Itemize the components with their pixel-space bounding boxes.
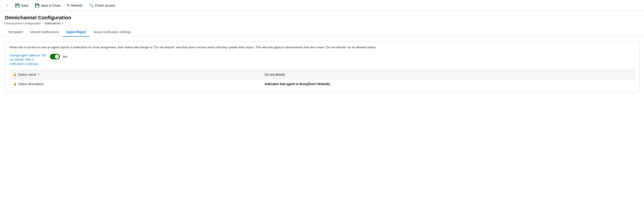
save-label: Save: [21, 4, 28, 7]
tab-agent-reject[interactable]: Agent Reject: [62, 28, 90, 37]
tab-missed-notifications[interactable]: Missed Notifications: [27, 28, 63, 37]
lock-icon: 🔒: [13, 82, 17, 86]
save-close-label: Save & Close: [41, 4, 60, 7]
toggle-row: Change agent status to "Do not disturb" …: [10, 53, 634, 70]
breadcrumb: Omnichannel Configuration · Notification…: [4, 22, 640, 25]
save-button[interactable]: 💾 Save: [12, 2, 31, 9]
info-text: When this is turned on and an agent reje…: [10, 45, 634, 50]
chevron-down-icon: ∨: [62, 22, 64, 25]
refresh-label: Refresh: [71, 4, 82, 7]
check-access-label: Check Access: [95, 4, 115, 7]
toggle-label: Change agent status to "Do not disturb" …: [10, 53, 46, 66]
table-row: 🔒 Status name * Do not disturb: [10, 70, 634, 79]
tab-templates[interactable]: Templates: [4, 28, 27, 37]
save-icon: 💾: [15, 3, 20, 8]
field-label-status-name: 🔒 Status name *: [13, 73, 54, 76]
field-label-cell: 🔒 Status name *: [10, 70, 261, 79]
breadcrumb-parent[interactable]: Omnichannel Configuration: [4, 22, 41, 25]
status-desc-value: Indicates that agent is Busy(Don't Distu…: [265, 82, 330, 86]
check-access-icon: 🔍: [89, 3, 94, 8]
status-name-value: Do not disturb: [265, 73, 285, 76]
breadcrumb-current: Notifications ∨: [44, 22, 64, 25]
info-box: When this is turned on and an agent reje…: [4, 41, 640, 93]
field-label-cell: 🔒 Status description: [10, 79, 261, 89]
refresh-icon: ↻: [67, 3, 70, 8]
field-value-cell: Indicates that agent is Busy(Don't Distu…: [261, 79, 634, 89]
check-access-button[interactable]: 🔍 Check Access: [86, 2, 118, 9]
back-icon: ←: [6, 3, 10, 8]
back-button[interactable]: ←: [4, 2, 12, 9]
refresh-button[interactable]: ↻ Refresh: [64, 2, 85, 9]
lock-icon: 🔒: [13, 73, 17, 76]
field-value-cell: Do not disturb: [261, 70, 634, 79]
status-table: 🔒 Status name * Do not disturb 🔒 Status …: [10, 70, 634, 89]
breadcrumb-separator: ·: [42, 22, 43, 25]
main-content: When this is turned on and an agent reje…: [0, 37, 644, 97]
tab-sound-notification[interactable]: Sound notification settings: [90, 28, 134, 37]
toggle-value: Yes: [62, 55, 68, 58]
page-header: Omnichannel Configuration Omnichannel Co…: [0, 11, 644, 25]
toolbar: ← 💾 Save 💾 Save & Close ↻ Refresh 🔍 Chec…: [0, 0, 644, 11]
toggle-switch[interactable]: [50, 54, 60, 59]
page-title: Omnichannel Configuration: [4, 15, 640, 21]
status-desc-label: Status description: [18, 82, 44, 86]
status-name-label: Status name: [18, 73, 36, 76]
required-star: *: [38, 73, 39, 76]
save-close-button[interactable]: 💾 Save & Close: [32, 2, 63, 9]
field-label-status-desc: 🔒 Status description: [13, 82, 54, 86]
table-row: 🔒 Status description Indicates that agen…: [10, 79, 634, 89]
breadcrumb-current-label: Notifications: [44, 22, 61, 25]
tabs-container: Templates Missed Notifications Agent Rej…: [0, 28, 644, 37]
toggle-control: Yes: [50, 54, 68, 59]
save-close-icon: 💾: [35, 3, 40, 8]
